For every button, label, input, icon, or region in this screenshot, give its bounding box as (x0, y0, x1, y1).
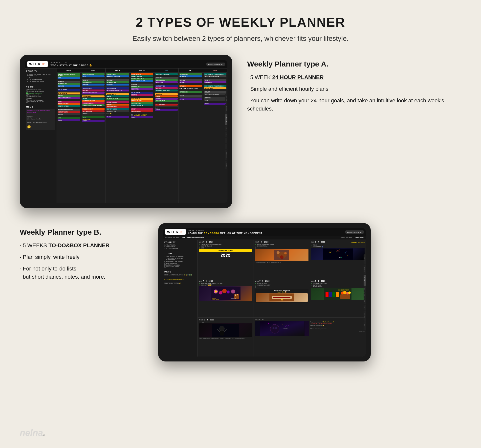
task-mon-6: GO TO OFFICE (58, 89, 80, 91)
b-wed-task-1: ✓ INSTA UPLOAD (255, 283, 308, 284)
task-thur-16: SLEEP (131, 116, 153, 118)
go-nelna-banner: GO NELNA TEAM!! (199, 249, 252, 252)
planner-b-body: PRIORITY 1. NELNA INSTA 2. GROCERIES 3. … (163, 240, 366, 357)
task-sun-2: WRITE ACCOUNT BOOK (204, 75, 226, 77)
type-b-title: Weekly Planner type B. (20, 228, 143, 236)
b-thur-note: Loved that it had the original Addams Fa… (199, 337, 252, 339)
b-memo-text: SHOP for SUMMER CLOTHES 🌴🌴🎶💵💵 START SING… (164, 274, 196, 284)
svg-point-28 (227, 291, 230, 293)
b-mon-task-2: ✓ SAMPLE MAKING (199, 245, 252, 247)
priority-3: 2. NELNA PASSPORT (26, 79, 55, 81)
col-tue: NELNA PASSPORT GYM WAKE UP MORNING TEA R… (81, 72, 106, 203)
day-headers: MON TUE WED THUR FRI SAT SUN (57, 68, 227, 72)
svg-text:euphoria: euphoria (284, 325, 290, 327)
feature-b-3: · For not only to-do lists, but short di… (20, 265, 143, 281)
task-wed-10: NEW EVENT PLAN (106, 98, 129, 100)
b-todo-4: FILL FRIDGE with DRINKS (164, 261, 196, 262)
b-mon-check2 (201, 247, 202, 248)
svg-point-18 (333, 256, 333, 256)
task-mon-1: NELNA PASSPORT STICKER MAKING (58, 73, 80, 77)
food-image (255, 249, 308, 261)
todo-title-a: TO-DO (26, 86, 55, 88)
b-tue-task-2: ✓ FIREWORKS 🎆 (311, 246, 365, 247)
task-mon-9: NEW DETAILS PAGE (58, 97, 80, 99)
check-1 (26, 89, 28, 90)
back-btn-b[interactable]: ⊕ BACK TO MONTHLY (345, 230, 364, 234)
svg-point-25 (215, 291, 217, 292)
check-2 (26, 91, 28, 92)
b-tab-cover: COVER (364, 254, 366, 264)
task-sat-7: COOK (179, 95, 202, 97)
task-tue-12: STICKER MAKING (82, 102, 105, 104)
svg-point-32 (237, 294, 238, 295)
goal-text-b: LEARN THE POMODORO METHOD OF TIME MANAGE… (188, 232, 262, 234)
divider-1 (26, 84, 55, 84)
tab-review: REVIEW (225, 150, 227, 160)
b-cell-sun: SUN 7 · 9 · 2023 ✓ WHOLE FOODS VISIT ✓ B… (310, 279, 366, 318)
b-cell-mon: MON 7 · 3 · 2023 ✓ Prep for SOUL SISTER … (198, 240, 254, 279)
task-mon-2: GYM (58, 77, 80, 79)
task-tue-11: PASSPORT MAKING (82, 100, 105, 102)
svg-rect-5 (323, 248, 353, 260)
svg-point-19 (341, 257, 342, 257)
task-sun-1: DOG SHELTER VOLUNTEERING (204, 73, 226, 75)
b-fri-check1 (255, 247, 256, 248)
b-sat-header: SAT 7 · 8 · 2023 (199, 280, 252, 282)
task-wed-13: CONFIRMATION (106, 106, 129, 108)
wednesday-image (199, 323, 252, 337)
svg-point-61 (266, 325, 266, 325)
day-mon: MON (57, 68, 81, 72)
b-sun-task-1: ✓ WHOLE FOODS VISIT (311, 283, 365, 284)
task-fri-7: NELNA INSTA UPLOAD (155, 90, 178, 91)
weeklog-signature: @NELNA (310, 331, 365, 332)
check-4 (26, 94, 28, 96)
todo-6: READ (26, 98, 55, 99)
svg-point-31 (235, 294, 236, 296)
svg-text:Soooooo Tired: Soooooo Tired (231, 298, 236, 299)
b-priority-1: 1. NELNA INSTA (164, 244, 196, 246)
task-wed-15: HANGOUT with (106, 110, 129, 112)
tab-week: WEEK 01 (225, 114, 227, 125)
task-thur-14: STAMP (131, 108, 153, 110)
b-tab-week: WEEK 01 (364, 275, 366, 286)
svg-point-58 (270, 324, 279, 333)
b-priority-2: 2. GROCERIES (164, 246, 196, 247)
brand-footer: nelna. (20, 428, 45, 438)
task-wed-12: MAKING ——→ (106, 104, 129, 106)
task-fri-8: WORKING (155, 93, 178, 95)
routine-header: MORNING ROUTINE 5MIN MORNINGS STRETCHING… (163, 236, 366, 240)
back-btn-a[interactable]: ⊕ BACK TO MONTHLY (206, 63, 225, 66)
b-tab-02: 02 (364, 286, 366, 292)
tablet-a-screen: WEEK 01 WEEKLY GOAL WORK STAYS AT THE OF… (25, 60, 227, 203)
task-tue-7: MEETING (82, 90, 105, 91)
col-sun: DOG SHELTER VOLUNTEERING WRITE ACCOUNT B… (203, 72, 227, 203)
task-thur-1: STAMP MAKING (131, 73, 153, 75)
task-thur-12: CONFIRMATION (131, 102, 153, 104)
day-thur: THUR (130, 68, 154, 72)
task-tue-16: DINNER (82, 112, 105, 114)
week-badge-a: WEEK 01 (27, 61, 48, 67)
task-fri-6: MEETING (155, 87, 178, 89)
check-6 (26, 98, 28, 99)
svg-rect-38 (273, 297, 290, 298)
b-priority-3: 3. FOCUS ON NOW (164, 248, 196, 249)
night-routine-value: MEDITATION (355, 237, 364, 239)
task-thur-11: FEEDBACK EDIT (131, 100, 153, 102)
week-badge-b: WEEK 01 (165, 229, 186, 235)
task-fri-13: SLEEP (155, 109, 178, 111)
b-cell-fri: FRI 7 · 7 · 2023 ✓ NELNA Details Page Ma… (254, 240, 310, 279)
task-thur-4: MOVIE NIGHT with JIN (131, 80, 153, 82)
b-tab-note: NOTE (364, 321, 366, 330)
task-fri-2: WAKE UP (155, 77, 178, 79)
planner-a: WEEK 01 WEEKLY GOAL WORK STAYS AT THE OF… (25, 60, 227, 203)
b-side-tabs: COVER MONTH WEEK 01 02 03 04 05 REVIEW N… (364, 240, 366, 357)
b-left-sidebar: PRIORITY 1. NELNA INSTA 2. GROCERIES 3. … (163, 240, 198, 357)
grid-area-a: MON TUE WED THUR FRI SAT SUN (57, 68, 227, 203)
b-wed-header: WED 7 · 5 · 2023 (255, 280, 308, 282)
task-sat-6: GROCERIES (179, 91, 202, 93)
b-wed-task-2: ✓ HANGOUT with LIZZY (255, 284, 308, 286)
task-sat-3: WAKE UP (179, 79, 202, 81)
task-fri-1: NELNA INSTA UPLOAD (155, 73, 178, 75)
b-todo-2: ✓ PRE-ORDER for NEW FILM (164, 257, 196, 259)
svg-text:ADD SOME FRUITS: ADD SOME FRUITS (338, 289, 350, 291)
